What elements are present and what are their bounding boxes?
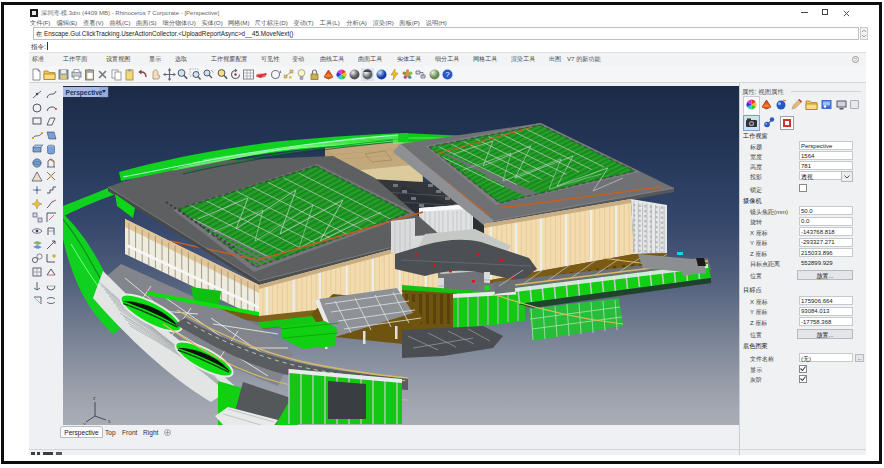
svg-text:?: ? [445,70,450,79]
svg-text:Perspective: Perspective [66,89,103,97]
